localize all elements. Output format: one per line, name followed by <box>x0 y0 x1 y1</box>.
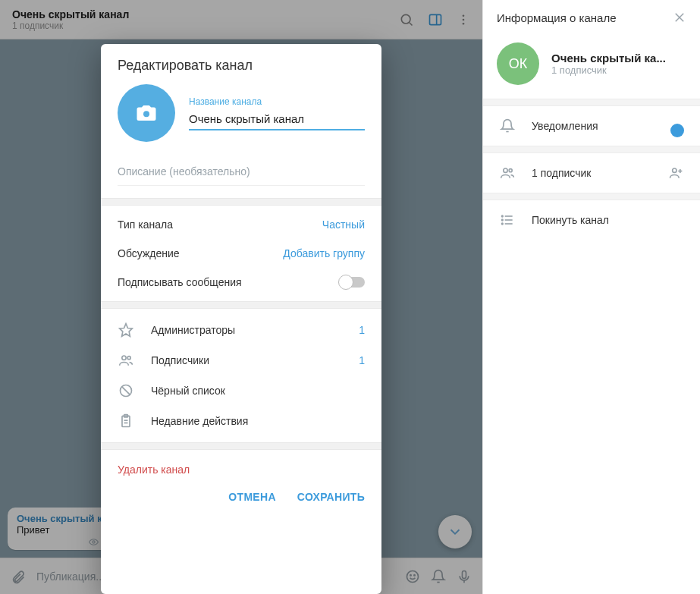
administrators-row[interactable]: Администраторы 1 <box>101 315 381 345</box>
delete-channel-button[interactable]: Удалить канал <box>101 450 381 480</box>
info-panel: Информация о канале ОК Очень скрытый ка.… <box>482 0 700 594</box>
leave-channel-label: Покинуть канал <box>532 214 609 226</box>
discussion-value: Добавить группу <box>283 247 365 259</box>
svg-point-27 <box>673 168 676 172</box>
svg-point-25 <box>504 168 507 172</box>
leave-channel-row[interactable]: Покинуть канал <box>483 200 700 240</box>
channel-profile[interactable]: ОК Очень скрытый ка... 1 подписчик <box>483 35 700 99</box>
save-button[interactable]: СОХРАНИТЬ <box>297 491 365 503</box>
sign-messages-label: Подписывать сообщения <box>118 276 242 288</box>
list-icon <box>500 212 515 228</box>
clipboard-icon <box>118 413 134 429</box>
sign-messages-toggle[interactable] <box>339 277 365 288</box>
svg-point-13 <box>143 111 149 117</box>
svg-point-26 <box>509 169 512 172</box>
svg-point-15 <box>122 356 126 360</box>
subscribers-count: 1 <box>359 354 365 366</box>
channel-subtitle: 1 подписчик <box>551 64 666 76</box>
block-icon <box>118 383 134 398</box>
svg-point-35 <box>502 223 504 225</box>
add-user-icon[interactable] <box>668 165 683 181</box>
svg-point-16 <box>127 357 130 360</box>
cancel-button[interactable]: ОТМЕНА <box>228 491 275 503</box>
svg-point-33 <box>502 215 504 217</box>
channel-description-input[interactable] <box>118 165 365 186</box>
discussion-row[interactable]: Обсуждение Добавить группу <box>101 239 381 268</box>
blacklist-row[interactable]: Чёрный список <box>101 376 381 406</box>
modal-overlay[interactable]: Редактировать канал Название канала <box>0 0 482 594</box>
info-panel-title: Информация о канале <box>497 11 616 24</box>
discussion-label: Обсуждение <box>118 247 180 259</box>
recent-actions-label: Недавние действия <box>151 415 248 427</box>
notifications-row[interactable]: Уведомления <box>483 106 700 146</box>
dialog-title: Редактировать канал <box>101 44 381 84</box>
side-subscribers-label: 1 подписчик <box>532 167 591 179</box>
channel-type-label: Тип канала <box>118 218 173 231</box>
svg-point-34 <box>502 219 504 221</box>
close-icon[interactable] <box>673 11 686 24</box>
avatar: ОК <box>497 42 539 85</box>
edit-channel-dialog: Редактировать канал Название канала <box>101 44 381 594</box>
people-icon <box>500 165 515 181</box>
channel-name: Очень скрытый ка... <box>551 52 666 64</box>
side-subscribers-row[interactable]: 1 подписчик <box>483 153 700 193</box>
subscribers-row[interactable]: Подписчики 1 <box>101 345 381 376</box>
channel-type-value: Частный <box>322 218 365 231</box>
svg-marker-14 <box>120 324 133 337</box>
channel-photo-button[interactable] <box>118 84 175 142</box>
blacklist-label: Чёрный список <box>151 385 225 397</box>
administrators-count: 1 <box>359 324 365 336</box>
subscribers-label: Подписчики <box>151 354 209 366</box>
administrators-label: Администраторы <box>151 324 235 336</box>
bell-icon <box>500 118 515 134</box>
recent-actions-row[interactable]: Недавние действия <box>101 406 381 436</box>
channel-name-label: Название канала <box>189 96 365 107</box>
svg-line-18 <box>122 387 130 395</box>
sign-messages-row[interactable]: Подписывать сообщения <box>101 268 381 297</box>
star-icon <box>118 322 134 338</box>
channel-name-input[interactable] <box>189 110 365 130</box>
channel-type-row[interactable]: Тип канала Частный <box>101 210 381 239</box>
people-icon <box>118 353 134 368</box>
notifications-label: Уведомления <box>532 120 598 132</box>
